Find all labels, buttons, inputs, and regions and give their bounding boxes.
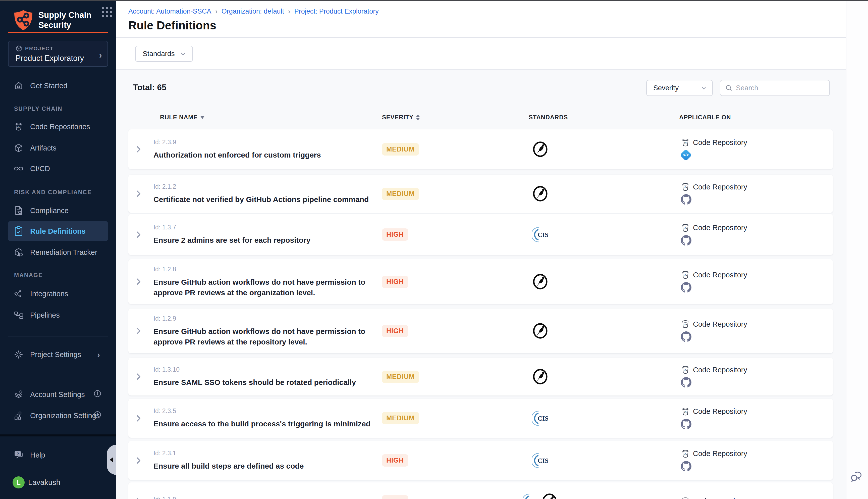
info-icon[interactable] bbox=[94, 411, 101, 421]
standards-cell bbox=[478, 308, 603, 353]
layers-gear-icon bbox=[14, 389, 24, 400]
rule-row[interactable]: Id: 1.1.9 HIGH CIS </> Code Repository bbox=[128, 483, 833, 499]
expand-chevron-icon[interactable] bbox=[135, 230, 142, 239]
standards-cell: CIS bbox=[478, 441, 603, 480]
rule-row[interactable]: Id: 2.3.1 Ensure all build steps are def… bbox=[128, 441, 833, 480]
breadcrumb-organization-link[interactable]: Organization: default bbox=[222, 8, 284, 15]
sidebar-item-code-repositories[interactable]: </> Code Repositories bbox=[8, 119, 111, 134]
applicable-on-label: Code Repository bbox=[693, 223, 747, 232]
column-header-rule-name[interactable]: RULE NAME bbox=[148, 114, 374, 121]
sidebar-item-label: Organization Settings bbox=[30, 412, 100, 420]
sidebar-item-pipelines[interactable]: Pipelines bbox=[8, 307, 111, 323]
sidebar-item-integrations[interactable]: Integrations bbox=[8, 286, 111, 302]
svg-text:</>: </> bbox=[684, 411, 687, 413]
owasp-icon bbox=[541, 493, 558, 499]
rule-id: Id: 2.3.5 bbox=[153, 407, 374, 415]
svg-text:?: ? bbox=[16, 452, 19, 456]
github-icon bbox=[681, 331, 692, 342]
rule-name: Ensure GitHub action workflows do not ha… bbox=[153, 326, 374, 347]
rule-name: Ensure SAML SSO tokens should be rotated… bbox=[153, 377, 374, 388]
code-repo-icon: </> bbox=[14, 122, 24, 132]
chevron-separator-icon: › bbox=[288, 8, 290, 15]
owasp-icon bbox=[532, 368, 548, 385]
sidebar-item-rule-definitions[interactable]: Rule Definitions bbox=[8, 221, 108, 241]
sidebar-item-account-settings[interactable]: Account Settings bbox=[8, 387, 111, 402]
project-selector[interactable]: PROJECT Product Exploratory › bbox=[8, 41, 108, 67]
code-repository-icon: </> bbox=[681, 365, 690, 374]
applicable-on-cell: </> Code Repository </> bbox=[603, 130, 833, 169]
standards-dropdown-label: Standards bbox=[142, 50, 175, 58]
column-header-standards[interactable]: STANDARDS bbox=[478, 114, 603, 121]
rule-id: Id: 1.2.9 bbox=[153, 315, 374, 322]
expand-chevron-icon[interactable] bbox=[135, 145, 142, 154]
cube-icon bbox=[14, 143, 24, 153]
rule-row[interactable]: Id: 1.3.10 Ensure SAML SSO tokens should… bbox=[128, 358, 833, 395]
column-label: SEVERITY bbox=[382, 114, 413, 121]
sidebar-item-compliance[interactable]: Compliance bbox=[8, 203, 111, 218]
sidebar-item-artifacts[interactable]: Artifacts bbox=[8, 140, 111, 156]
expand-chevron-icon[interactable] bbox=[135, 456, 142, 465]
breadcrumb-account-link[interactable]: Account: Automation-SSCA bbox=[128, 8, 211, 15]
rule-row[interactable]: Id: 1.2.8 Ensure GitHub action workflows… bbox=[128, 259, 833, 304]
svg-text:</>: </> bbox=[684, 186, 687, 189]
column-header-severity[interactable]: SEVERITY bbox=[374, 114, 478, 121]
infinity-icon bbox=[14, 163, 24, 174]
home-icon bbox=[14, 81, 24, 91]
sidebar-item-get-started[interactable]: Get Started bbox=[8, 78, 111, 94]
sidebar-item-remediation-tracker[interactable]: Remediation Tracker bbox=[8, 244, 111, 260]
provider-icons bbox=[681, 418, 833, 430]
cis-icon: CIS bbox=[523, 493, 539, 499]
rule-row[interactable]: Id: 1.2.9 Ensure GitHub action workflows… bbox=[128, 308, 833, 353]
sidebar-item-project-settings[interactable]: Project Settings › bbox=[8, 347, 111, 362]
severity-badge: MEDIUM bbox=[382, 143, 419, 156]
severity-dropdown[interactable]: Severity bbox=[646, 80, 713, 96]
standards-cell: CIS bbox=[478, 483, 603, 499]
info-icon[interactable] bbox=[94, 390, 101, 399]
svg-text:</>: </> bbox=[684, 142, 687, 144]
sidebar-collapse-handle[interactable] bbox=[107, 445, 116, 475]
chevron-right-icon: › bbox=[99, 50, 102, 60]
applicable-on-label: Code Repository bbox=[693, 138, 747, 147]
standards-dropdown[interactable]: Standards bbox=[135, 46, 193, 62]
rule-row[interactable]: Id: 2.3.5 Ensure access to the build pro… bbox=[128, 399, 833, 438]
github-icon bbox=[681, 235, 692, 246]
standards-cell: CIS bbox=[478, 399, 603, 438]
sidebar-item-organization-settings[interactable]: Organization Settings bbox=[8, 408, 111, 423]
rule-row[interactable]: Id: 2.3.9 Authorization not enforced for… bbox=[128, 130, 833, 169]
user-name[interactable]: Lavakush bbox=[28, 478, 60, 487]
code-repository-icon: </> bbox=[681, 320, 690, 329]
rule-row[interactable]: Id: 2.1.2 Certificate not verified by Gi… bbox=[128, 175, 833, 213]
user-avatar[interactable]: L bbox=[13, 476, 25, 488]
applicable-on-label: Code Repository bbox=[693, 407, 747, 416]
rule-name: Authorization not enforced for custom tr… bbox=[153, 150, 374, 160]
code-repository-icon: </> bbox=[681, 223, 690, 232]
sidebar-item-help[interactable]: ? Help bbox=[8, 447, 111, 463]
breadcrumb-project-link[interactable]: Project: Product Exploratory bbox=[294, 8, 379, 15]
help-chat-icon: ? bbox=[14, 450, 24, 460]
sidebar-item-cicd[interactable]: CI/CD bbox=[8, 161, 111, 177]
provider-icons bbox=[681, 235, 833, 246]
severity-badge: HIGH bbox=[382, 495, 408, 499]
expand-chevron-icon[interactable] bbox=[135, 189, 142, 198]
applicable-on-cell: </> Code Repository bbox=[603, 358, 833, 395]
applicable-on-cell: </> Code Repository bbox=[603, 441, 833, 480]
expand-chevron-icon[interactable] bbox=[135, 277, 142, 286]
search-input[interactable] bbox=[736, 84, 819, 92]
expand-chevron-icon[interactable] bbox=[135, 497, 142, 499]
page-title: Rule Definitions bbox=[128, 19, 216, 32]
sidebar-item-label: Code Repositories bbox=[30, 123, 90, 131]
expand-chevron-icon[interactable] bbox=[135, 326, 142, 336]
expand-chevron-icon[interactable] bbox=[135, 414, 142, 423]
severity-badge: MEDIUM bbox=[382, 370, 419, 383]
divider bbox=[8, 376, 108, 376]
project-name: Product Exploratory bbox=[15, 54, 102, 63]
breadcrumb: Account: Automation-SSCA › Organization:… bbox=[128, 8, 379, 15]
standards-cell bbox=[478, 130, 603, 169]
chat-support-icon[interactable] bbox=[850, 470, 863, 484]
expand-chevron-icon[interactable] bbox=[135, 372, 142, 381]
column-header-applicable-on[interactable]: APPLICABLE ON bbox=[603, 114, 833, 121]
github-icon bbox=[681, 377, 692, 388]
app-switcher-grid-icon[interactable] bbox=[100, 5, 113, 19]
applicable-on-cell: </> Code Repository bbox=[603, 175, 833, 213]
rule-row[interactable]: Id: 1.3.7 Ensure 2 admins are set for ea… bbox=[128, 214, 833, 255]
